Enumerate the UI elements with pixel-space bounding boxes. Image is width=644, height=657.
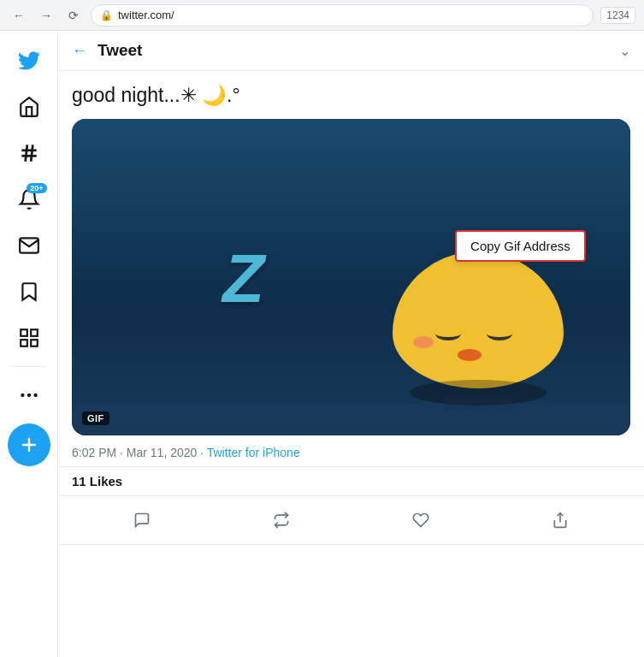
retweet-button[interactable]	[264, 503, 298, 537]
context-menu-label: Copy Gif Address	[470, 239, 570, 253]
browser-chrome: ← → ⟳ 🔒 twitter.com/ 1234	[0, 0, 644, 31]
sidebar: 20+	[0, 31, 58, 657]
sidebar-item-twitter-logo[interactable]	[8, 39, 50, 82]
svg-point-8	[21, 394, 24, 397]
svg-point-9	[27, 394, 30, 397]
svg-rect-7	[21, 340, 27, 346]
chick-main-body	[393, 252, 564, 388]
likes-label-text: Likes	[90, 474, 122, 488]
gif-label: GIF	[82, 411, 109, 425]
url-text: twitter.com/	[118, 9, 174, 21]
gif-container[interactable]: Z	[72, 119, 630, 435]
page-title: Tweet	[97, 41, 609, 60]
tab-count[interactable]: 1234	[600, 7, 635, 24]
share-button[interactable]	[543, 503, 577, 537]
tweet-actions	[58, 496, 644, 545]
svg-line-2	[25, 145, 27, 162]
sidebar-item-notifications[interactable]: 20+	[8, 178, 50, 221]
chick-beak	[458, 349, 482, 361]
chick-body	[393, 252, 564, 388]
sidebar-item-lists[interactable]	[8, 317, 50, 359]
svg-rect-6	[31, 340, 38, 346]
browser-refresh-button[interactable]: ⟳	[63, 5, 84, 26]
tweet-dot-separator: ·	[200, 446, 207, 459]
likes-count: 11	[72, 474, 86, 488]
svg-rect-4	[21, 329, 27, 336]
sidebar-item-bookmarks[interactable]	[8, 270, 50, 313]
sidebar-item-more[interactable]	[8, 374, 50, 417]
main-content: ← Tweet ⌄ good night...✳ 🌙.° Z	[58, 31, 644, 657]
chick-eye-right	[487, 327, 512, 340]
svg-point-10	[33, 394, 37, 397]
chick-cheek	[413, 336, 434, 348]
sidebar-item-home[interactable]	[8, 86, 50, 128]
tweet-text: good night...✳ 🌙.°	[72, 81, 630, 109]
context-menu[interactable]: Copy Gif Address	[455, 230, 586, 262]
url-bar[interactable]: 🔒 twitter.com/	[91, 4, 594, 27]
chevron-down-icon[interactable]: ⌄	[619, 43, 630, 59]
emoji-scene: Z	[72, 119, 630, 435]
compose-button[interactable]	[8, 423, 50, 466]
reply-button[interactable]	[125, 503, 159, 537]
notification-badge: 20+	[27, 183, 46, 193]
browser-back-button[interactable]: ←	[9, 5, 29, 26]
browser-forward-button[interactable]: →	[36, 5, 56, 26]
gif-background: Z	[72, 119, 630, 435]
tweet-body: good night...✳ 🌙.° Z	[58, 71, 644, 435]
back-arrow-icon[interactable]: ←	[72, 42, 87, 60]
chick-eye-left	[435, 327, 461, 340]
lock-icon: 🔒	[100, 9, 113, 21]
tweet-stats: 11 Likes	[58, 466, 644, 496]
tweet-source-link[interactable]: Twitter for iPhone	[207, 446, 300, 459]
sidebar-item-messages[interactable]	[8, 224, 50, 267]
svg-rect-5	[31, 329, 38, 336]
tweet-timestamp: 6:02 PM · Mar 11, 2020	[72, 446, 197, 459]
svg-line-3	[31, 145, 32, 162]
like-button[interactable]	[404, 503, 438, 537]
chick-shadow	[410, 380, 547, 405]
app-container: 20+	[0, 31, 644, 657]
z-letter: Z	[222, 240, 264, 318]
sidebar-item-explore[interactable]	[8, 132, 50, 175]
tweet-meta: 6:02 PM · Mar 11, 2020 · Twitter for iPh…	[58, 446, 644, 466]
sidebar-divider	[12, 366, 46, 367]
tweet-header: ← Tweet ⌄	[58, 31, 644, 71]
